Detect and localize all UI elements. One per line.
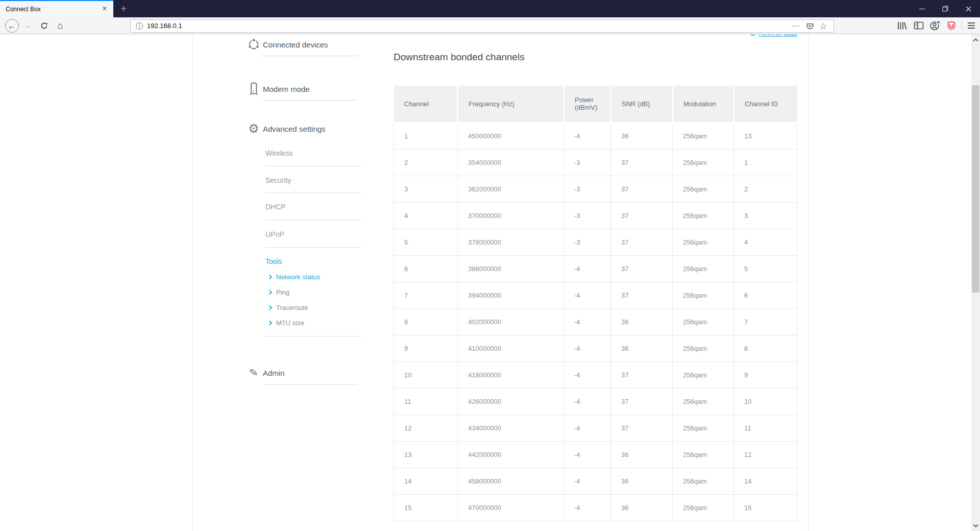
menu-button[interactable]	[964, 17, 978, 34]
table-cell: 354000000	[458, 149, 564, 176]
table-cell: 256qam	[673, 494, 734, 521]
table-cell: 256qam	[673, 202, 734, 229]
sidebar-item-upnp[interactable]: UPnP	[265, 230, 284, 238]
table-cell: 256qam	[673, 123, 734, 149]
scrollbar-thumb[interactable]	[972, 85, 979, 293]
tools-link-traceroute[interactable]: Traceroute	[268, 304, 308, 311]
browser-window: Connect Box × + ← →	[0, 0, 980, 531]
pocket-icon[interactable]	[804, 20, 816, 32]
window-minimize-button[interactable]	[911, 0, 934, 17]
close-icon	[966, 6, 971, 12]
table-cell: 458000000	[458, 468, 564, 494]
bookmark-star-icon[interactable]: ☆	[817, 20, 829, 32]
table-cell: -4	[564, 282, 611, 308]
table-cell: 10	[734, 388, 797, 415]
table-cell: 256qam	[673, 149, 734, 176]
sidebar-toggle-button[interactable]	[912, 17, 926, 34]
table-cell: 11	[394, 388, 458, 415]
window-close-button[interactable]	[957, 0, 980, 17]
table-cell: 10	[394, 361, 458, 388]
tab-title: Connect Box	[6, 1, 41, 17]
table-row: 7394000000-437256qam6	[394, 282, 797, 308]
site-info-icon[interactable]: ⓘ	[136, 20, 143, 32]
table-cell: 13	[734, 123, 797, 149]
table-cell: 256qam	[673, 441, 734, 468]
refresh-data-link[interactable]: Refresh data	[750, 34, 797, 38]
table-cell: 37	[611, 255, 673, 282]
page-actions-icon[interactable]: ⋯	[790, 20, 802, 32]
tools-link-network-status[interactable]: Network status	[268, 273, 320, 281]
table-cell: 5	[394, 229, 458, 255]
chevron-right-icon	[268, 320, 273, 326]
table-row: 3362000000-337256qam2	[394, 176, 797, 202]
scroll-up-arrow-icon[interactable]	[971, 36, 980, 44]
table-cell: 4	[734, 229, 797, 255]
tools-link-label: Ping	[276, 288, 289, 296]
sidebar-label: Connected devices	[263, 40, 328, 49]
tab-close-icon[interactable]: ×	[99, 1, 110, 16]
table-cell: 256qam	[673, 255, 734, 282]
new-tab-button[interactable]: +	[115, 1, 132, 17]
table-cell: 36	[611, 123, 673, 149]
table-cell: 3	[734, 202, 797, 229]
table-cell: 14	[394, 468, 458, 494]
back-button[interactable]: ←	[4, 17, 19, 34]
table-cell: 36	[611, 441, 673, 468]
table-cell: 36	[611, 468, 673, 494]
table-row: 5378000000-337256qam4	[394, 229, 797, 255]
divider	[264, 384, 358, 385]
chevron-right-icon	[268, 274, 273, 280]
library-button[interactable]	[895, 17, 909, 34]
table-cell: 5	[734, 255, 797, 282]
sidebar-label: Modem mode	[263, 85, 310, 93]
table-cell: 15	[734, 494, 797, 521]
table-cell: -4	[564, 388, 611, 415]
sidebar-item-wireless[interactable]: Wireless	[265, 149, 293, 157]
tools-link-mtu-size[interactable]: MTU size	[268, 319, 304, 327]
table-cell: -4	[564, 255, 611, 282]
scroll-down-arrow-icon[interactable]	[971, 521, 980, 530]
browser-tab[interactable]: Connect Box ×	[0, 0, 113, 17]
home-button[interactable]: ⌂	[54, 17, 67, 34]
table-cell: 37	[611, 282, 673, 308]
divider	[265, 192, 361, 193]
table-cell: -3	[564, 202, 611, 229]
table-cell: -4	[564, 441, 611, 468]
main-content: Refresh data Downstream bonded channels …	[394, 34, 797, 531]
table-cell: 410000000	[458, 335, 564, 361]
table-cell: 37	[611, 202, 673, 229]
chevron-right-icon	[268, 305, 273, 310]
account-button[interactable]	[927, 17, 943, 34]
divider	[265, 220, 361, 220]
col-header-frequency: Frequency (Hz)	[458, 86, 564, 123]
sidebar-item-security[interactable]: Security	[265, 176, 291, 184]
table-cell: 426000000	[458, 388, 564, 415]
window-restore-button[interactable]	[934, 0, 957, 17]
table-cell: 256qam	[673, 308, 734, 335]
reload-button[interactable]	[37, 17, 51, 34]
downstream-channels-table: Channel Frequency (Hz) Power (dBmV) SNR …	[394, 86, 797, 521]
table-cell: 11	[734, 415, 797, 441]
url-bar[interactable]: ⓘ 192.168.0.1 ⋯ ☆	[130, 19, 834, 33]
gear-icon: ⚙	[247, 123, 261, 135]
vertical-scrollbar[interactable]	[971, 34, 980, 531]
url-text[interactable]: 192.168.0.1	[147, 20, 182, 32]
sidebar-item-dhcp[interactable]: DHCP	[265, 203, 286, 211]
table-cell: 450000000	[458, 123, 564, 149]
table-row: 8402000000-436256qam7	[394, 308, 797, 335]
table-cell: 4	[394, 202, 458, 229]
restore-icon	[942, 6, 948, 12]
table-cell: 256qam	[673, 415, 734, 441]
tools-link-label: Network status	[276, 273, 320, 281]
table-cell: 13	[394, 441, 458, 468]
tools-link-ping[interactable]: Ping	[268, 288, 289, 296]
sidebar-item-tools[interactable]: Tools	[265, 257, 282, 266]
table-cell: 14	[734, 468, 797, 494]
col-header-snr: SNR (dB)	[611, 86, 673, 123]
pencil-icon: ✎	[246, 366, 262, 379]
ublock-extension-button[interactable]	[944, 17, 959, 34]
divider	[265, 336, 361, 336]
table-cell: -3	[564, 229, 611, 255]
table-cell: 256qam	[673, 229, 734, 255]
forward-button[interactable]: →	[21, 17, 34, 34]
